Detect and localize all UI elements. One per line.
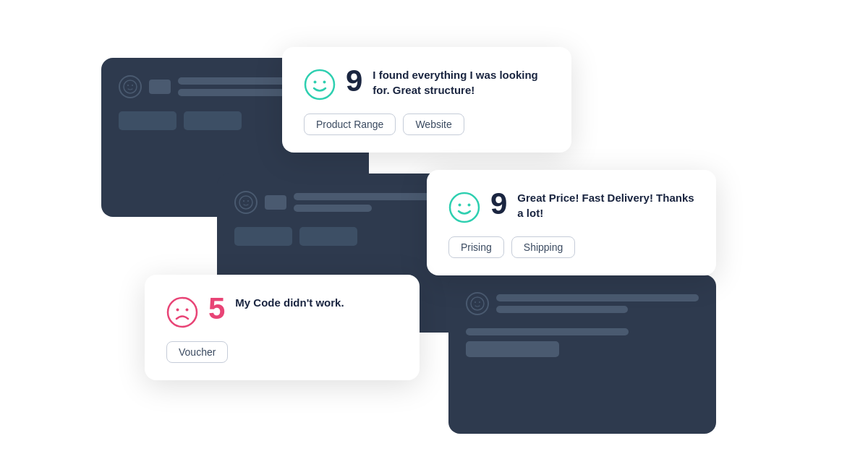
svg-point-4	[243, 200, 244, 202]
dc-line-2b	[294, 205, 372, 212]
svg-point-15	[168, 298, 197, 327]
dark-card-3	[448, 275, 716, 434]
review-score-2: 9	[490, 189, 507, 219]
review-header-2: 9 Great Price! Fast Delivery! Thanks a l…	[448, 190, 694, 223]
svg-point-13	[459, 204, 461, 207]
svg-point-17	[186, 309, 189, 312]
review-text-3: My Code didn't work.	[235, 295, 398, 310]
dc-line-1b	[178, 89, 291, 96]
review-tags-3: Voucher	[166, 341, 398, 363]
review-tag-shipping[interactable]: Shipping	[511, 236, 576, 258]
dc-smiley-2	[234, 191, 258, 214]
dc-btn-2a	[234, 227, 292, 246]
scene: 9 I found everything I was looking for. …	[0, 0, 868, 454]
happy-icon-2	[448, 192, 480, 223]
review-text-2: Great Price! Fast Delivery! Thanks a lot…	[517, 190, 694, 220]
dc-smiley-3	[466, 292, 489, 315]
dc-btn-3a	[466, 341, 559, 357]
svg-point-8	[479, 301, 480, 303]
svg-point-1	[127, 85, 129, 86]
dc-rect-score-1	[149, 80, 171, 94]
review-card-3: 5 My Code didn't work. Voucher	[145, 275, 420, 380]
dc-line-3b	[496, 306, 628, 313]
review-card-2: 9 Great Price! Fast Delivery! Thanks a l…	[427, 170, 716, 275]
svg-point-6	[471, 297, 484, 310]
svg-point-3	[239, 196, 252, 209]
dc-lines-3	[496, 294, 699, 313]
review-tag-product-range[interactable]: Product Range	[304, 113, 396, 135]
happy-icon-1	[304, 69, 336, 100]
review-header-3: 5 My Code didn't work.	[166, 295, 398, 328]
svg-point-14	[468, 204, 471, 207]
review-tags-1: Product Range Website	[304, 113, 550, 135]
dc-line-3c	[466, 328, 629, 335]
svg-point-5	[247, 200, 249, 202]
svg-point-16	[176, 309, 179, 312]
svg-point-12	[450, 193, 479, 222]
svg-point-10	[314, 81, 317, 84]
dc-btn-1b	[184, 111, 242, 130]
review-tags-2: Prising Shipping	[448, 236, 694, 258]
svg-point-2	[132, 85, 133, 86]
review-tag-prising[interactable]: Prising	[448, 236, 504, 258]
svg-point-7	[475, 301, 476, 303]
svg-point-11	[323, 81, 326, 84]
dc-btn-1a	[119, 111, 176, 130]
review-score-3: 5	[208, 294, 225, 324]
review-card-1: 9 I found everything I was looking for. …	[282, 47, 571, 153]
svg-point-0	[124, 80, 137, 93]
review-text-1: I found everything I was looking for. Gr…	[373, 67, 550, 98]
dc-line-3a	[496, 294, 699, 301]
sad-icon-1	[166, 296, 198, 328]
review-header-1: 9 I found everything I was looking for. …	[304, 67, 550, 100]
dc-rect-score-2	[265, 195, 286, 210]
dc-smiley-1	[119, 75, 142, 98]
review-score-1: 9	[346, 66, 362, 96]
review-tag-voucher[interactable]: Voucher	[166, 341, 228, 363]
review-tag-website[interactable]: Website	[403, 113, 464, 135]
svg-point-9	[305, 70, 334, 99]
dc-btn-2b	[299, 227, 357, 246]
